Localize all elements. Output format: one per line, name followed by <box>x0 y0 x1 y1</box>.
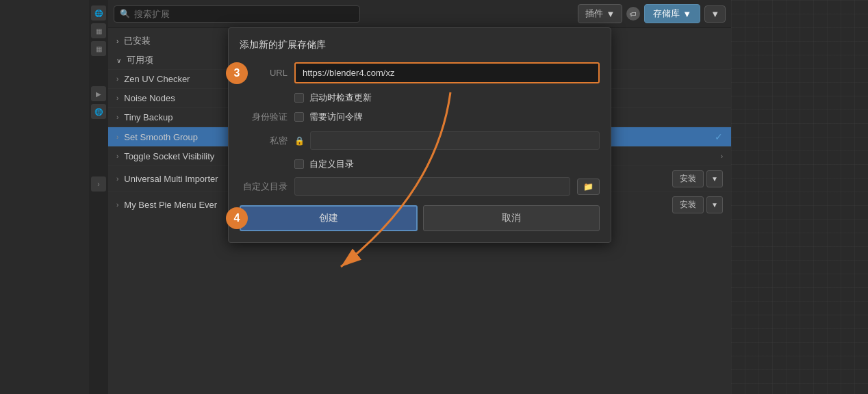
icon-strip: 🌐 ▦ ▦ ▶ 🌐 › <box>89 0 108 394</box>
auth-form-row: 身份验证 需要访问令牌 <box>240 111 600 123</box>
auth-input-group: 需要访问令牌 <box>294 111 600 123</box>
modal-actions: 4 创建 取消 <box>240 205 600 231</box>
auto-dir-form-row: 自定义目录 📁 <box>240 177 600 196</box>
custom-dir-checkbox[interactable] <box>294 159 304 169</box>
private-input-group: 🔒 <box>294 131 600 150</box>
auth-label: 身份验证 <box>240 111 288 123</box>
custom-dir-row: 自定义目录 <box>240 158 600 170</box>
check-update-label: 启动时检查更新 <box>309 92 372 104</box>
custom-dir-label: 自定义目录 <box>309 158 354 170</box>
add-repository-modal: 添加新的扩展存储库 3 URL 启动时检查更新 身份验证 需要访 <box>228 27 611 243</box>
left-sidebar <box>0 0 89 394</box>
modal-title: 添加新的扩展存储库 <box>240 39 600 51</box>
url-form-row: 3 URL <box>240 62 600 83</box>
private-input[interactable] <box>310 131 600 150</box>
check-update-checkbox[interactable] <box>294 93 304 103</box>
cancel-button[interactable]: 取消 <box>423 205 600 231</box>
icon-chevron-right[interactable]: › <box>91 176 106 192</box>
auto-dir-input[interactable] <box>294 177 570 196</box>
right-background <box>731 0 868 394</box>
check-update-row: 启动时检查更新 <box>240 92 600 104</box>
step-4-badge: 4 <box>226 207 248 229</box>
token-label: 需要访问令牌 <box>309 111 363 123</box>
lock-icon: 🔒 <box>294 136 305 146</box>
url-input[interactable] <box>294 62 600 83</box>
auto-dir-label: 自定义目录 <box>240 181 288 193</box>
icon-globe[interactable]: 🌐 <box>91 5 106 21</box>
private-label: 私密 <box>240 135 288 147</box>
icon-grid2[interactable]: ▦ <box>91 41 106 56</box>
create-button[interactable]: 创建 <box>240 205 418 231</box>
dir-browse-button[interactable]: 📁 <box>577 179 600 195</box>
icon-globe2[interactable]: 🌐 <box>91 104 106 119</box>
modal-overlay: 添加新的扩展存储库 3 URL 启动时检查更新 身份验证 需要访 <box>108 0 731 394</box>
icon-play[interactable]: ▶ <box>91 86 106 101</box>
icon-grid1[interactable]: ▦ <box>91 23 106 38</box>
main-panel: 🔍 插件 ▼ 🏷 存储库 ▼ ▼ › 已安装 <box>108 0 731 394</box>
token-checkbox[interactable] <box>294 112 304 122</box>
step-3-badge: 3 <box>226 62 248 84</box>
private-form-row: 私密 🔒 <box>240 131 600 150</box>
